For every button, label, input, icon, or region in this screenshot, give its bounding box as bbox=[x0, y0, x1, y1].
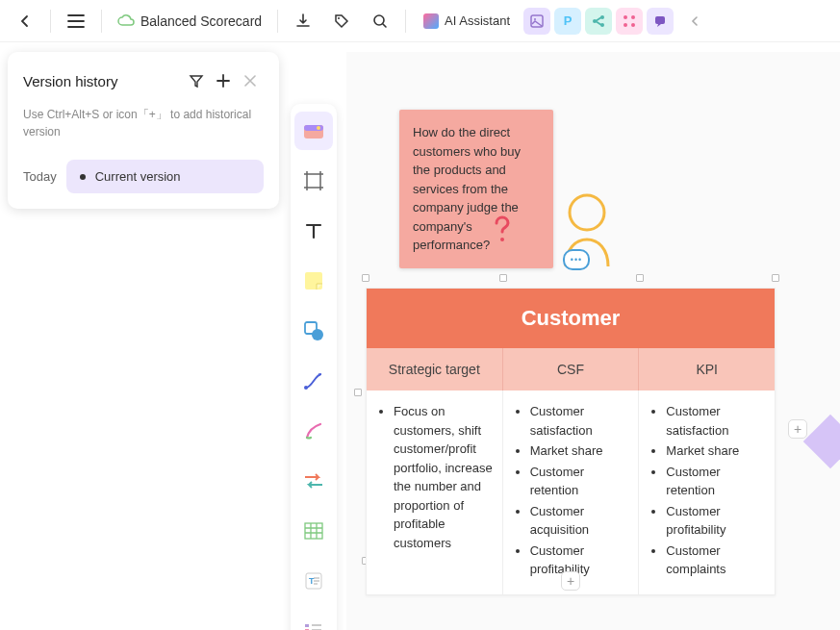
table-cell: Customer satisfaction bbox=[666, 402, 765, 440]
document-title-text: Balanced Scorecard bbox=[140, 13, 262, 29]
svg-point-26 bbox=[570, 195, 604, 230]
svg-rect-11 bbox=[655, 16, 665, 24]
tag-button[interactable] bbox=[324, 4, 359, 38]
svg-point-7 bbox=[624, 15, 627, 19]
add-row-button[interactable]: + bbox=[561, 571, 580, 591]
tool-table[interactable] bbox=[294, 512, 333, 550]
feature-image-button[interactable] bbox=[523, 8, 550, 35]
table-title: Customer bbox=[367, 289, 775, 348]
table-cell: Customer satisfaction bbox=[530, 402, 629, 440]
selection-handle[interactable] bbox=[636, 274, 644, 282]
tool-theme[interactable] bbox=[294, 112, 333, 150]
svg-point-9 bbox=[624, 23, 627, 27]
selection-handle[interactable] bbox=[499, 274, 507, 282]
svg-rect-15 bbox=[305, 272, 322, 290]
selection-handle[interactable] bbox=[772, 274, 779, 282]
svg-rect-22 bbox=[305, 624, 309, 627]
customer-table[interactable]: Customer Strategic target CSF KPI Focus … bbox=[366, 288, 776, 595]
table-cell: Market share bbox=[666, 441, 765, 461]
add-version-button[interactable] bbox=[210, 67, 237, 94]
table-cell: Customer retention bbox=[530, 463, 629, 500]
panel-expand-icon[interactable] bbox=[803, 415, 840, 469]
svg-point-0 bbox=[338, 17, 340, 19]
version-today-label: Today bbox=[23, 169, 57, 184]
search-button[interactable] bbox=[363, 4, 397, 38]
add-column-button[interactable]: + bbox=[788, 419, 807, 439]
top-toolbar: Balanced Scorecard AI Assistant P bbox=[0, 0, 840, 42]
collapse-right-button[interactable] bbox=[677, 4, 712, 38]
filter-button[interactable] bbox=[183, 67, 210, 94]
table-header: Strategic target bbox=[367, 348, 503, 391]
document-title[interactable]: Balanced Scorecard bbox=[110, 13, 269, 29]
svg-point-8 bbox=[631, 15, 635, 19]
version-dot-icon bbox=[80, 174, 86, 180]
current-version-item[interactable]: Current version bbox=[66, 160, 264, 193]
feature-comment-button[interactable] bbox=[647, 8, 674, 35]
table-cell: Customer complaints bbox=[666, 542, 765, 579]
cloud-sync-icon bbox=[117, 14, 135, 28]
tool-rail: T bbox=[291, 104, 337, 630]
question-mark-icon bbox=[491, 215, 514, 242]
tool-text-block[interactable]: T bbox=[294, 562, 333, 600]
svg-point-3 bbox=[534, 18, 536, 20]
canvas[interactable]: How do the direct customers who buy the … bbox=[346, 52, 840, 630]
tool-sticky-note[interactable] bbox=[294, 262, 333, 300]
svg-point-10 bbox=[631, 23, 635, 27]
selection-handle[interactable] bbox=[362, 274, 369, 282]
tool-pen[interactable] bbox=[294, 412, 333, 450]
download-button[interactable] bbox=[286, 4, 320, 38]
table-column[interactable]: Focus on customers, shift customer/profi… bbox=[367, 391, 503, 594]
svg-point-5 bbox=[600, 15, 604, 19]
ai-icon bbox=[423, 13, 439, 29]
table-cell: Focus on customers, shift customer/profi… bbox=[394, 402, 493, 552]
chat-bubble-icon[interactable] bbox=[563, 249, 590, 270]
ai-assistant-button[interactable]: AI Assistant bbox=[414, 10, 520, 33]
table-header: CSF bbox=[503, 348, 640, 391]
selection-handle[interactable] bbox=[354, 389, 362, 396]
tool-text[interactable] bbox=[294, 212, 333, 250]
feature-share-button[interactable] bbox=[585, 8, 612, 35]
hamburger-menu[interactable] bbox=[59, 4, 93, 38]
table-column[interactable]: Customer satisfaction Market share Custo… bbox=[639, 391, 775, 594]
table-header: KPI bbox=[639, 348, 775, 391]
feature-p-button[interactable]: P bbox=[554, 8, 581, 35]
table-column[interactable]: Customer satisfaction Market share Custo… bbox=[503, 391, 640, 594]
tool-list[interactable] bbox=[294, 612, 333, 630]
tool-swap[interactable] bbox=[294, 462, 333, 500]
feature-nodes-button[interactable] bbox=[616, 8, 643, 35]
table-cell: Customer acquisition bbox=[530, 502, 629, 540]
svg-point-17 bbox=[312, 329, 323, 340]
svg-point-4 bbox=[593, 19, 597, 23]
sticky-note[interactable]: How do the direct customers who buy the … bbox=[399, 110, 553, 268]
table-cell: Customer retention bbox=[666, 463, 765, 500]
table-cell: Market share bbox=[530, 441, 629, 461]
tool-frame[interactable] bbox=[294, 162, 333, 200]
version-panel-title: Version history bbox=[23, 73, 183, 89]
back-button[interactable] bbox=[8, 4, 42, 38]
svg-point-25 bbox=[500, 238, 504, 241]
svg-point-6 bbox=[600, 23, 604, 27]
svg-point-18 bbox=[304, 386, 308, 390]
tool-shape[interactable] bbox=[294, 312, 333, 350]
version-panel-hint: Use Ctrl+Alt+S or icon「+」 to add histori… bbox=[23, 106, 264, 140]
tool-connector[interactable] bbox=[294, 362, 333, 400]
table-cell: Customer profitability bbox=[666, 502, 765, 540]
close-panel-button[interactable] bbox=[237, 67, 264, 94]
svg-rect-19 bbox=[305, 523, 322, 539]
version-history-panel: Version history Use Ctrl+Alt+S or icon「+… bbox=[8, 52, 279, 209]
current-version-label: Current version bbox=[95, 169, 181, 184]
svg-point-14 bbox=[317, 126, 320, 130]
ai-label: AI Assistant bbox=[445, 13, 510, 28]
